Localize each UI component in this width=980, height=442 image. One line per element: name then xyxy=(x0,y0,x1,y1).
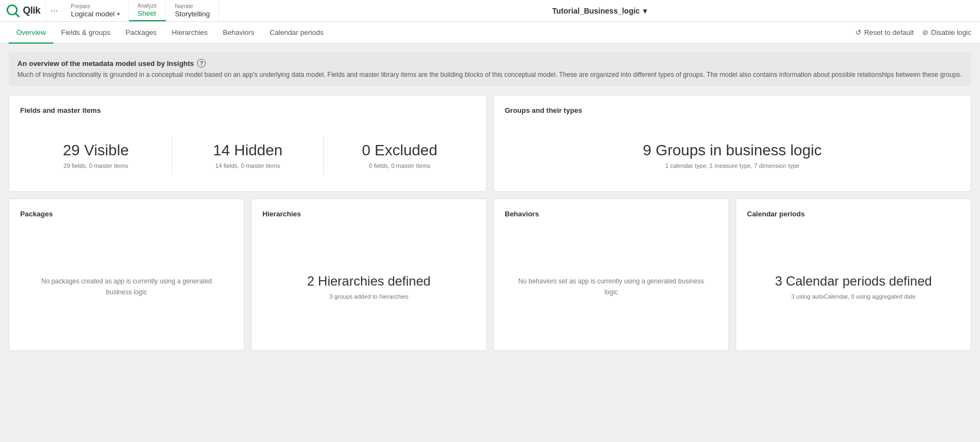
disable-label: Disable logic xyxy=(931,28,971,37)
hierarchies-stat: 2 Hierarchies defined 3 groups added to … xyxy=(307,274,431,300)
behaviors-card-title: Behaviors xyxy=(505,210,718,218)
fields-card-title: Fields and master items xyxy=(20,106,475,114)
packages-muted-text: No packages created as app is currently … xyxy=(31,276,222,297)
app-title-text: Tutorial_Business_logic xyxy=(552,7,640,15)
calendar-periods-sub-text: 3 using autoCalendar, 0 using aggregated… xyxy=(791,293,916,300)
prepare-dropdown-arrow: ▾ xyxy=(117,11,120,17)
fields-visible-label: 29 fields, 0 master items xyxy=(63,162,128,169)
dots-menu[interactable]: ··· xyxy=(46,0,62,21)
groups-card-stats: 9 Groups in business logic 1 calendar ty… xyxy=(505,131,960,180)
hierarchies-sub-text: 3 groups added to hierarchies xyxy=(329,293,409,300)
nav-center: Tutorial_Business_logic ▾ xyxy=(219,0,980,21)
groups-total-label: 1 calendar type, 1 measure type, 7 dimen… xyxy=(665,162,799,169)
app-title[interactable]: Tutorial_Business_logic ▾ xyxy=(552,7,647,15)
nav-prepare-label: Prepare xyxy=(71,3,119,10)
fields-hidden-label: 14 fields, 0 master items xyxy=(215,162,280,169)
nav-analyze[interactable]: Analyze Sheet xyxy=(129,0,167,21)
tab-fields-groups[interactable]: Fields & groups xyxy=(53,22,118,44)
reset-icon: ↺ xyxy=(855,28,861,37)
disable-button[interactable]: ⊘ Disable logic xyxy=(922,28,971,37)
groups-total-number: 9 Groups in business logic xyxy=(510,142,954,159)
groups-card-title: Groups and their types xyxy=(505,106,960,114)
calendar-periods-card: Calendar periods 3 Calendar periods defi… xyxy=(736,198,971,351)
fields-hidden-number: 14 Hidden xyxy=(177,142,318,159)
tab-hierarchies[interactable]: Hierarchies xyxy=(164,22,216,44)
calendar-periods-card-content: 3 Calendar periods defined 3 using autoC… xyxy=(747,234,960,340)
behaviors-card-content: No behaviors set as app is currently usi… xyxy=(505,234,718,340)
svg-line-1 xyxy=(15,13,19,16)
calendar-periods-card-title: Calendar periods xyxy=(747,210,960,218)
info-banner: An overview of the metadata model used b… xyxy=(9,52,971,86)
bottom-cards-row: Packages No packages created as app is c… xyxy=(9,198,971,351)
packages-card-content: No packages created as app is currently … xyxy=(20,234,233,340)
behaviors-muted-text: No behaviors set as app is currently usi… xyxy=(516,276,707,297)
info-icon: ? xyxy=(197,59,206,68)
calendar-periods-stat: 3 Calendar periods defined 3 using autoC… xyxy=(775,274,932,300)
behaviors-card: Behaviors No behaviors set as app is cur… xyxy=(493,198,729,351)
reset-label: Reset to default xyxy=(864,28,914,37)
calendar-periods-big-number: 3 Calendar periods defined xyxy=(775,274,932,289)
nav-narrate-value: Storytelling xyxy=(175,10,210,18)
packages-card-title: Packages xyxy=(20,210,233,218)
nav-narrate[interactable]: Narrate Storytelling xyxy=(166,0,219,21)
fields-excluded-label: 0 fields, 0 master items xyxy=(369,162,430,169)
top-cards-row: Fields and master items 29 Visible 29 fi… xyxy=(9,95,971,192)
tabs-bar: Overview Fields & groups Packages Hierar… xyxy=(0,22,980,44)
tab-behaviors[interactable]: Behaviors xyxy=(215,22,262,44)
groups-stat-total: 9 Groups in business logic 1 calendar ty… xyxy=(505,131,960,180)
fields-card: Fields and master items 29 Visible 29 fi… xyxy=(9,95,487,192)
nav-prepare[interactable]: Prepare Logical model ▾ xyxy=(62,0,128,21)
app-title-arrow: ▾ xyxy=(643,7,647,15)
fields-visible-number: 29 Visible xyxy=(26,142,166,159)
fields-excluded-number: 0 Excluded xyxy=(329,142,470,159)
fields-stat-visible: 29 Visible 29 fields, 0 master items xyxy=(20,131,171,180)
fields-card-stats: 29 Visible 29 fields, 0 master items 14 … xyxy=(20,131,475,180)
tabs-actions: ↺ Reset to default ⊘ Disable logic xyxy=(855,28,971,37)
fields-stat-hidden: 14 Hidden 14 fields, 0 master items xyxy=(172,131,323,180)
reset-button[interactable]: ↺ Reset to default xyxy=(855,28,914,37)
qlik-logo-icon xyxy=(5,3,21,19)
nav-narrate-label: Narrate xyxy=(175,3,210,10)
logo-area: Qlik xyxy=(0,0,46,21)
hierarchies-card-title: Hierarchies xyxy=(262,210,475,218)
main-content: An overview of the metadata model used b… xyxy=(0,44,980,442)
top-nav: Qlik ··· Prepare Logical model ▾ Analyze… xyxy=(0,0,980,22)
hierarchies-card-content: 2 Hierarchies defined 3 groups added to … xyxy=(262,234,475,340)
nav-analyze-label: Analyze xyxy=(138,3,157,9)
nav-prepare-value: Logical model ▾ xyxy=(71,10,119,18)
qlik-logo: Qlik xyxy=(5,3,40,19)
groups-card: Groups and their types 9 Groups in busin… xyxy=(493,95,971,192)
disable-icon: ⊘ xyxy=(922,28,928,37)
info-banner-title: An overview of the metadata model used b… xyxy=(17,59,963,68)
tab-packages[interactable]: Packages xyxy=(118,22,164,44)
tab-calendar-periods[interactable]: Calendar periods xyxy=(262,22,331,44)
info-banner-text: Much of Insights functionality is ground… xyxy=(17,70,963,80)
hierarchies-big-number: 2 Hierarchies defined xyxy=(307,274,431,289)
hierarchies-card: Hierarchies 2 Hierarchies defined 3 grou… xyxy=(251,198,487,351)
tab-overview[interactable]: Overview xyxy=(9,22,53,44)
nav-analyze-value: Sheet xyxy=(138,9,157,17)
qlik-logo-text: Qlik xyxy=(23,5,40,16)
fields-stat-excluded: 0 Excluded 0 fields, 0 master items xyxy=(324,131,475,180)
info-banner-title-text: An overview of the metadata model used b… xyxy=(17,59,194,68)
packages-card: Packages No packages created as app is c… xyxy=(9,198,244,351)
